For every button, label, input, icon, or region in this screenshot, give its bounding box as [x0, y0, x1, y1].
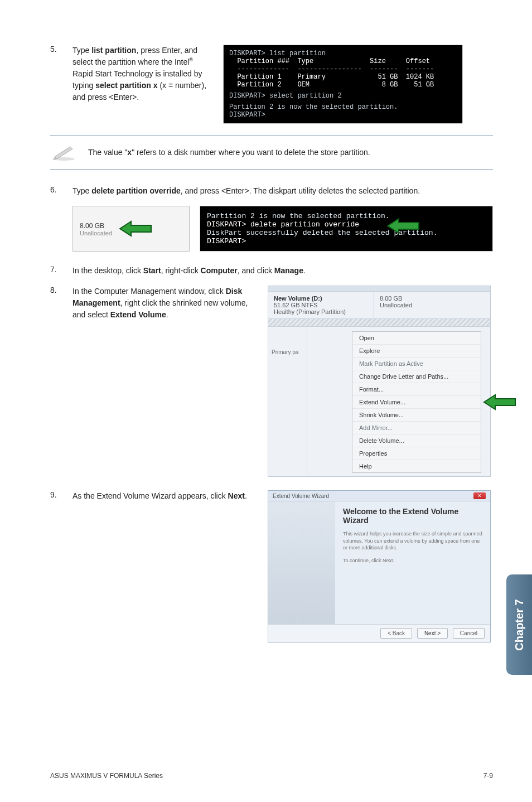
menu-item-add-mirror: Add Mirror...	[352, 422, 481, 434]
unallocated-box: 8.00 GB Unallocated	[72, 206, 190, 252]
step-number: 5.	[50, 45, 72, 103]
menu-item-change-letter[interactable]: Change Drive Letter and Paths...	[352, 370, 481, 383]
context-menu: Open Explore Mark Partition as Active Ch…	[352, 331, 481, 473]
step-text: In the Computer Management window, click…	[72, 286, 257, 321]
pencil-icon	[50, 143, 77, 161]
extend-volume-wizard: Extend Volume Wizard ✕ Welcome to the Ex…	[268, 490, 491, 642]
wizard-paragraph: To continue, click Next.	[343, 557, 482, 564]
arrow-left-icon	[386, 218, 420, 234]
wizard-sidebar-image	[268, 501, 335, 624]
wizard-heading: Welcome to the Extend Volume Wizard	[343, 507, 482, 525]
wizard-titlebar: Extend Volume Wizard	[273, 493, 329, 499]
wizard-paragraph: This wizard helps you increase the size …	[343, 530, 482, 552]
menu-item-extend-volume[interactable]: Extend Volume...	[352, 396, 481, 409]
step-number: 6.	[50, 185, 72, 197]
menu-item-format[interactable]: Format...	[352, 383, 481, 396]
row-label: Primary pa	[268, 327, 307, 476]
diskpart-console-2: Partition 2 is now the selected partitio…	[200, 206, 493, 252]
menu-item-delete-volume[interactable]: Delete Volume...	[352, 434, 481, 447]
footer-left: ASUS MAXIMUS V FORMULA Series	[50, 772, 163, 780]
menu-item-mark-active: Mark Partition as Active	[352, 357, 481, 370]
footer-right: 7-9	[483, 772, 493, 780]
back-button: < Back	[380, 628, 412, 639]
cancel-button[interactable]: Cancel	[453, 628, 485, 639]
note-text: The value "x" refers to a disk number wh…	[88, 147, 370, 158]
note-box: The value "x" refers to a disk number wh…	[50, 135, 493, 170]
step-text: Type list partition, press Enter, and se…	[72, 45, 212, 103]
arrow-left-icon	[119, 220, 152, 237]
step-number: 8.	[50, 286, 72, 321]
volume-info: New Volume (D:) 51.62 GB NTFS Healthy (P…	[268, 292, 374, 318]
arrow-left-icon	[483, 394, 516, 410]
menu-item-open[interactable]: Open	[352, 332, 481, 345]
step-text: Type delete partition override, and pres…	[72, 185, 420, 197]
chapter-tab: Chapter 7	[506, 574, 532, 675]
close-icon[interactable]: ✕	[473, 492, 486, 499]
menu-item-properties[interactable]: Properties	[352, 447, 481, 460]
next-button[interactable]: Next >	[417, 628, 448, 639]
step-number: 9.	[50, 490, 72, 502]
step-text: As the Extend Volume Wizard appears, cli…	[72, 490, 247, 502]
menu-item-shrink-volume[interactable]: Shrink Volume...	[352, 409, 481, 422]
diskpart-console: DISKPART> list partition Partition ### T…	[223, 45, 463, 124]
step-text: In the desktop, click Start, right-click…	[72, 265, 306, 277]
menu-item-explore[interactable]: Explore	[352, 345, 481, 357]
disk-management-panel: New Volume (D:) 51.62 GB NTFS Healthy (P…	[268, 286, 491, 477]
unallocated-info: 8.00 GB Unallocated	[374, 292, 490, 318]
step-number: 7.	[50, 265, 72, 277]
menu-item-help[interactable]: Help	[352, 460, 481, 472]
